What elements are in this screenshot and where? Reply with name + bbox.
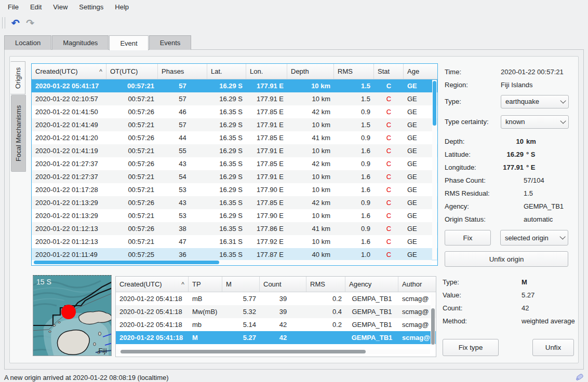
column-header[interactable]: Agency	[345, 277, 398, 292]
table-row[interactable]: 2020-01-22 05:41:18M5.2742GEMPA_TB1scmag…	[116, 331, 436, 344]
table-row[interactable]: 2020-01-22 05:41:18mB5.77390.2GEMPA_TB1s…	[116, 292, 436, 305]
map-canvas	[33, 276, 112, 356]
table-cell: 0.4	[306, 305, 345, 318]
table-row[interactable]: 2020-01-22 05:41:1700:57:215716.29 S177.…	[32, 79, 437, 92]
unfix-origin-button[interactable]: Unfix origin	[445, 251, 568, 267]
column-header[interactable]: Stat	[374, 64, 404, 79]
column-header[interactable]: Created(UTC)^	[116, 277, 189, 292]
origins-table[interactable]: Created(UTC)^OT(UTC)PhasesLat.Lon.DepthR…	[31, 63, 438, 266]
side-tab-origins[interactable]: Origins	[10, 61, 25, 94]
origins-vertical-scrollbar[interactable]	[432, 80, 437, 260]
table-cell: C	[374, 222, 404, 235]
type-certainty-dropdown[interactable]: known	[501, 115, 569, 129]
table-row[interactable]: 2020-01-22 01:12:1300:57:263816.35 S177.…	[32, 222, 437, 235]
agency-value: GEMPA_TB1	[501, 202, 564, 210]
table-row[interactable]: 2020-01-22 01:41:4900:57:215716.29 S177.…	[32, 118, 437, 131]
table-cell: 16.29 S	[207, 183, 246, 196]
tab-events[interactable]: Events	[149, 35, 192, 50]
scrollbar-thumb[interactable]	[431, 308, 435, 345]
tab-magnitudes[interactable]: Magnitudes	[52, 35, 109, 50]
column-header[interactable]: RMS	[306, 277, 345, 292]
column-header[interactable]: OT(UTC)	[106, 64, 158, 79]
undo-icon[interactable]: ↶	[8, 16, 23, 30]
magnitudes-table[interactable]: Created(UTC)^TPMCountRMSAgencyAuthor 202…	[115, 276, 436, 357]
menu-edit[interactable]: Edit	[24, 1, 47, 13]
magnitude-type-value: M	[499, 278, 527, 286]
table-cell: 42	[260, 331, 306, 344]
column-header[interactable]: RMS	[334, 64, 374, 79]
magnitudes-horizontal-scrollbar[interactable]	[116, 349, 430, 354]
table-cell: 1.5	[334, 79, 374, 92]
time-value: 2020-01-22 00:57:21	[501, 68, 564, 76]
table-cell: 00:57:21	[106, 144, 158, 157]
table-row[interactable]: 2020-01-22 01:13:2900:57:215316.29 S177.…	[32, 209, 437, 222]
toolbar-drag-handle[interactable]	[2, 17, 5, 29]
magnitudes-vertical-scrollbar[interactable]	[431, 293, 435, 346]
scrollbar-thumb[interactable]	[34, 261, 219, 264]
table-cell: M	[189, 331, 222, 344]
side-tab-focal-mechanisms[interactable]: Focal Mechanisms	[11, 95, 26, 172]
table-row[interactable]: 2020-01-22 05:41:18Mw(mB)5.32390.4GEMPA_…	[116, 305, 436, 318]
scrollbar-thumb[interactable]	[121, 350, 366, 353]
table-cell: 41 km	[287, 131, 334, 144]
table-row[interactable]: 2020-01-22 01:41:5000:57:264616.35 S177.…	[32, 105, 437, 118]
table-row[interactable]: 2020-01-22 01:27:3700:57:264316.35 S177.…	[32, 157, 437, 170]
column-header[interactable]: Lon.	[246, 64, 287, 79]
scrollbar-thumb[interactable]	[433, 81, 436, 126]
fix-mode-dropdown[interactable]: selected origin	[500, 230, 568, 245]
column-header[interactable]: Author	[398, 277, 436, 292]
table-cell: 16.29 S	[207, 79, 246, 92]
sort-caret-icon: ^	[178, 281, 184, 288]
messaging-connection-icon[interactable]	[576, 374, 584, 381]
region-map[interactable]: 15 S Fiji	[33, 275, 112, 356]
magnitude-value: 5.27	[499, 291, 534, 299]
table-row[interactable]: 2020-01-22 01:41:1900:57:215516.29 S177.…	[32, 144, 437, 157]
origins-horizontal-scrollbar[interactable]	[32, 260, 432, 265]
table-row[interactable]: 2020-01-22 01:27:3700:57:215416.29 S177.…	[32, 170, 437, 183]
table-row[interactable]: 2020-01-22 05:41:18mb5.14420.2GEMPA_TB1s…	[116, 318, 436, 331]
column-header[interactable]: Depth	[287, 64, 334, 79]
type-label: Type:	[445, 98, 501, 105]
region-value: Fiji Islands	[501, 81, 532, 89]
column-header[interactable]: Lat.	[207, 64, 246, 79]
origin-status-value: automatic	[501, 215, 553, 223]
column-header[interactable]: Created(UTC)^	[32, 64, 106, 79]
column-header[interactable]: TP	[189, 277, 222, 292]
menu-view[interactable]: View	[47, 1, 73, 13]
table-row[interactable]: 2020-01-22 01:13:2900:57:264316.35 S177.…	[32, 196, 437, 209]
column-header[interactable]: Age	[404, 64, 438, 79]
column-header[interactable]: M	[222, 277, 260, 292]
origin-agency-row: Agency: GEMPA_TB1	[445, 200, 578, 213]
magnitude-value-row: Value: 5.27	[443, 289, 578, 302]
column-header[interactable]: Phases	[158, 64, 207, 79]
table-cell: 00:57:26	[106, 131, 158, 144]
tab-event[interactable]: Event	[109, 35, 148, 50]
table-row[interactable]: 2020-01-22 01:12:1300:57:214716.31 S177.…	[32, 235, 437, 248]
table-cell: 16.31 S	[207, 235, 246, 248]
fix-type-button[interactable]: Fix type	[443, 339, 499, 356]
table-row[interactable]: 2020-01-22 01:11:4900:57:253616.35 S177.…	[32, 248, 437, 261]
table-cell: 44	[158, 131, 207, 144]
unfix-button[interactable]: Unfix	[532, 339, 574, 356]
table-cell: 2020-01-22 01:12:13	[32, 235, 106, 248]
table-cell: 177.85 E	[246, 105, 287, 118]
column-header[interactable]: Count	[260, 277, 306, 292]
menu-help[interactable]: Help	[109, 1, 135, 13]
table-cell: 177.91 E	[246, 79, 287, 92]
menu-settings[interactable]: Settings	[73, 1, 109, 13]
magnitude-buttons-row: Fix type Unfix	[443, 339, 578, 356]
table-cell: 00:57:26	[106, 105, 158, 118]
chevron-down-icon	[559, 234, 565, 239]
table-row[interactable]: 2020-01-22 02:10:5700:57:215716.29 S177.…	[32, 92, 437, 105]
status-bar: A new origin arrived at 2020-01-22 08:08…	[0, 371, 588, 382]
origin-type-row: Type: earthquake	[445, 91, 578, 112]
table-cell: 57	[158, 118, 207, 131]
event-type-value: earthquake	[505, 98, 560, 105]
type-certainty-value: known	[505, 118, 560, 126]
table-row[interactable]: 2020-01-22 01:41:2000:57:264416.35 S177.…	[32, 131, 437, 144]
tab-location[interactable]: Location	[4, 35, 51, 50]
table-row[interactable]: 2020-01-22 01:17:2800:57:215316.29 S177.…	[32, 183, 437, 196]
fix-button[interactable]: Fix	[445, 230, 491, 245]
menu-file[interactable]: File	[2, 1, 24, 13]
event-type-dropdown[interactable]: earthquake	[501, 95, 569, 108]
